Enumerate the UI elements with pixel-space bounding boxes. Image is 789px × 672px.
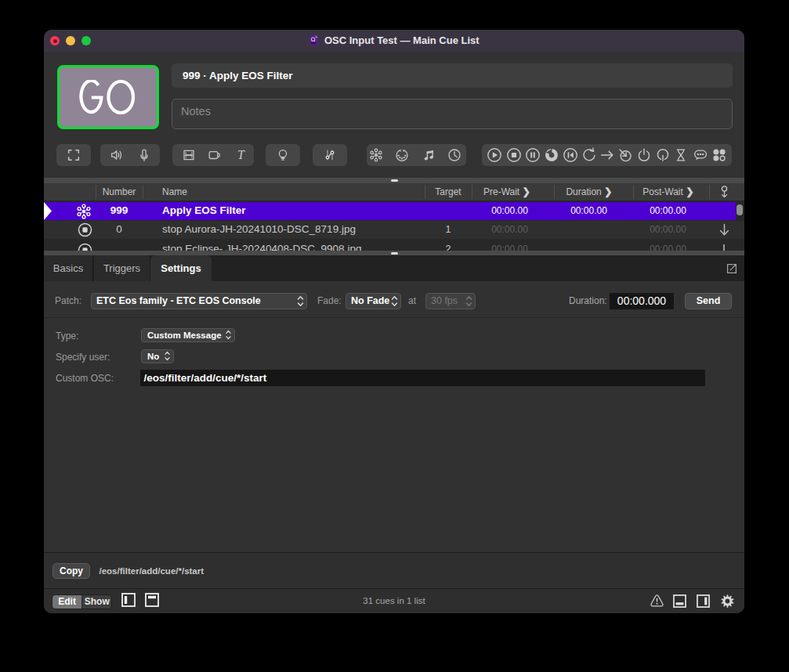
svg-text:T: T <box>237 148 245 161</box>
